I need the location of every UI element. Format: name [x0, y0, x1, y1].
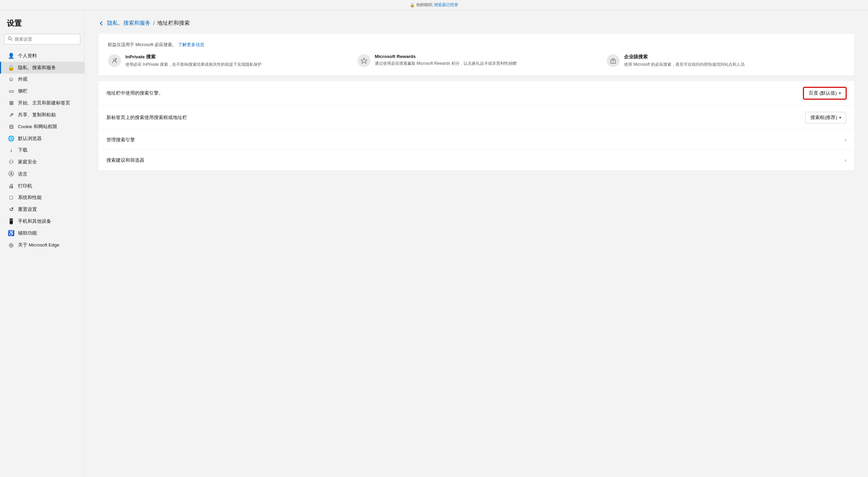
sidebar-item-mobile[interactable]: 📱 手机和其他设备 — [0, 215, 84, 227]
newtab-icon: ⊞ — [8, 100, 15, 106]
svg-rect-5 — [612, 59, 614, 60]
accessibility-icon: ♿ — [8, 230, 15, 236]
share-icon: ⇗ — [8, 112, 15, 118]
sidebar-item-downloads[interactable]: ↓ 下载 — [0, 144, 84, 156]
sidebar-item-label: 共享、复制和粘贴 — [18, 112, 56, 118]
sidebar-item-label: 隐私、搜索和服务 — [18, 65, 56, 71]
rewards-text: Microsoft Rewards 通过使用必应搜索赢取 Microsoft R… — [375, 54, 517, 67]
new-tab-search-value: 搜索框(推荐) — [810, 115, 837, 121]
sidebar-item-label: 关于 Microsoft Edge — [18, 242, 59, 248]
svg-point-2 — [114, 59, 116, 61]
search-box[interactable] — [4, 34, 80, 44]
search-engine-label: 地址栏中使用的搜索引擎。 — [106, 90, 163, 96]
benefits-card: 权益仅适用于 Microsoft 必应搜索。 了解更多信息 — [98, 34, 854, 76]
privacy-icon: 🔒 — [8, 64, 15, 71]
feature-rewards: Microsoft Rewards 通过使用必应搜索赢取 Microsoft R… — [357, 54, 596, 67]
sidebar-item-family[interactable]: ⚇ 家庭安全 — [0, 156, 84, 168]
rewards-title: Microsoft Rewards — [375, 54, 517, 59]
family-icon: ⚇ — [8, 159, 15, 165]
appearance-icon: ☺ — [8, 76, 15, 82]
sidebar-item-reset[interactable]: ↺ 重置设置 — [0, 203, 84, 215]
search-engine-dropdown[interactable]: 百度 (默认值) ▾ — [803, 87, 846, 99]
search-input[interactable] — [15, 37, 77, 42]
defaultbrowser-icon: 🌐 — [8, 135, 15, 142]
chevron-down-icon: ▾ — [839, 91, 841, 96]
new-tab-search-row: 新标签页上的搜索使用搜索框或地址栏 搜索框(推荐) ▾ — [98, 106, 854, 130]
back-button[interactable] — [98, 20, 104, 26]
inprivate-text: InPrivate 搜索 使用必应 InPrivate 搜索，在不影响搜索结果或… — [125, 54, 262, 67]
new-tab-search-label: 新标签页上的搜索使用搜索框或地址栏 — [106, 115, 187, 121]
search-engine-row: 地址栏中使用的搜索引擎。 百度 (默认值) ▾ — [98, 81, 854, 106]
sidebar-item-label: 重置设置 — [18, 206, 37, 213]
sidebar-title: 设置 — [0, 18, 84, 34]
sidebar-item-about[interactable]: ◎ 关于 Microsoft Edge — [0, 239, 84, 251]
lock-icon: 🔒 — [410, 3, 415, 7]
sidebar-item-label: 打印机 — [18, 183, 32, 189]
manage-engines-label: 管理搜索引擎 — [106, 137, 135, 143]
breadcrumb-separator: / — [153, 20, 155, 26]
reset-icon: ↺ — [8, 206, 15, 213]
svg-rect-4 — [611, 60, 615, 63]
rewards-icon-container — [357, 54, 371, 67]
mobile-icon: 📱 — [8, 218, 15, 224]
sidebar-item-label: 辅助功能 — [18, 230, 37, 236]
system-icon: □ — [8, 195, 15, 201]
sidebar-item-profile[interactable]: 👤 个人资料 — [0, 50, 84, 62]
sidebar-item-system[interactable]: □ 系统和性能 — [0, 192, 84, 203]
enterprise-text: 企业级搜索 使用 Microsoft 的必应搜索，甚至可在组织内部快速找到站点和… — [624, 54, 744, 67]
sidebar-item-label: 下载 — [18, 147, 27, 153]
rewards-icon — [358, 54, 370, 67]
top-bar: 🔒 你的组织 浏览器已托管 — [0, 0, 868, 10]
note-link[interactable]: 了解更多信息 — [178, 42, 204, 47]
svg-line-1 — [11, 39, 12, 41]
breadcrumb-current: 地址栏和搜索 — [157, 20, 190, 27]
enterprise-title: 企业级搜索 — [624, 54, 744, 60]
search-suggestions-label: 搜索建议和筛选器 — [106, 157, 144, 163]
main-content: 隐私、搜索和服务 / 地址栏和搜索 权益仅适用于 Microsoft 必应搜索。… — [85, 10, 868, 476]
about-icon: ◎ — [8, 242, 15, 248]
settings-card: 地址栏中使用的搜索引擎。 百度 (默认值) ▾ 新标签页上的搜索使用搜索框或地址… — [98, 81, 854, 171]
inprivate-icon-container — [108, 54, 121, 67]
note-text: 权益仅适用于 Microsoft 必应搜索。 — [108, 42, 177, 47]
sidebar: 设置 👤 个人资料 🔒 隐私、搜索和服务 ☺ 外观 ▭ 侧栏 — [0, 10, 85, 476]
feature-enterprise: 企业级搜索 使用 Microsoft 的必应搜索，甚至可在组织内部快速找到站点和… — [606, 54, 845, 67]
chevron-right-icon: › — [845, 157, 846, 163]
search-suggestions-row[interactable]: 搜索建议和筛选器 › — [98, 150, 854, 171]
sidebar-item-label: 外观 — [18, 76, 27, 82]
sidebar-icon: ▭ — [8, 88, 15, 94]
profile-icon: 👤 — [8, 53, 15, 59]
enterprise-icon — [607, 54, 620, 67]
sidebar-item-label: Cookie 和网站权限 — [18, 124, 57, 130]
sidebar-item-appearance[interactable]: ☺ 外观 — [0, 74, 84, 85]
cookies-icon: ⊟ — [8, 123, 15, 130]
topbar-link[interactable]: 浏览器已托管 — [434, 2, 458, 8]
sidebar-item-accessibility[interactable]: ♿ 辅助功能 — [0, 227, 84, 239]
search-icon — [8, 36, 13, 42]
new-tab-search-dropdown[interactable]: 搜索框(推荐) ▾ — [805, 112, 846, 123]
sidebar-item-label: 侧栏 — [18, 88, 27, 94]
sidebar-item-label: 开始、主页和新建标签页 — [18, 100, 70, 106]
sidebar-item-label: 手机和其他设备 — [18, 218, 51, 224]
sidebar-item-language[interactable]: Ⓐ 语言 — [0, 168, 84, 180]
sidebar-item-newtab[interactable]: ⊞ 开始、主页和新建标签页 — [0, 97, 84, 109]
chevron-down-icon: ▾ — [839, 115, 841, 120]
inprivate-title: InPrivate 搜索 — [125, 54, 262, 60]
manage-engines-row[interactable]: 管理搜索引擎 › — [98, 130, 854, 150]
inprivate-icon — [108, 54, 121, 67]
breadcrumb-parent[interactable]: 隐私、搜索和服务 — [107, 20, 150, 27]
sidebar-item-privacy[interactable]: 🔒 隐私、搜索和服务 — [0, 62, 84, 74]
sidebar-item-sidebar[interactable]: ▭ 侧栏 — [0, 85, 84, 97]
sidebar-item-cookies[interactable]: ⊟ Cookie 和网站权限 — [0, 121, 84, 133]
print-icon: 🖨 — [8, 183, 15, 189]
feature-inprivate: InPrivate 搜索 使用必应 InPrivate 搜索，在不影响搜索结果或… — [108, 54, 346, 67]
enterprise-desc: 使用 Microsoft 的必应搜索，甚至可在组织内部快速找到站点和人员 — [624, 61, 744, 67]
search-engine-value: 百度 (默认值) — [809, 90, 837, 96]
breadcrumb: 隐私、搜索和服务 / 地址栏和搜索 — [98, 20, 854, 27]
new-tab-search-control: 搜索框(推荐) ▾ — [805, 112, 846, 123]
sidebar-item-share[interactable]: ⇗ 共享、复制和粘贴 — [0, 109, 84, 121]
sidebar-item-label: 系统和性能 — [18, 195, 42, 201]
sidebar-item-defaultbrowser[interactable]: 🌐 默认浏览器 — [0, 133, 84, 144]
inprivate-desc: 使用必应 InPrivate 搜索，在不影响搜索结果或相关性的前提下实现隐私保护 — [125, 61, 262, 67]
sidebar-item-print[interactable]: 🖨 打印机 — [0, 180, 84, 192]
sidebar-item-label: 默认浏览器 — [18, 136, 42, 142]
